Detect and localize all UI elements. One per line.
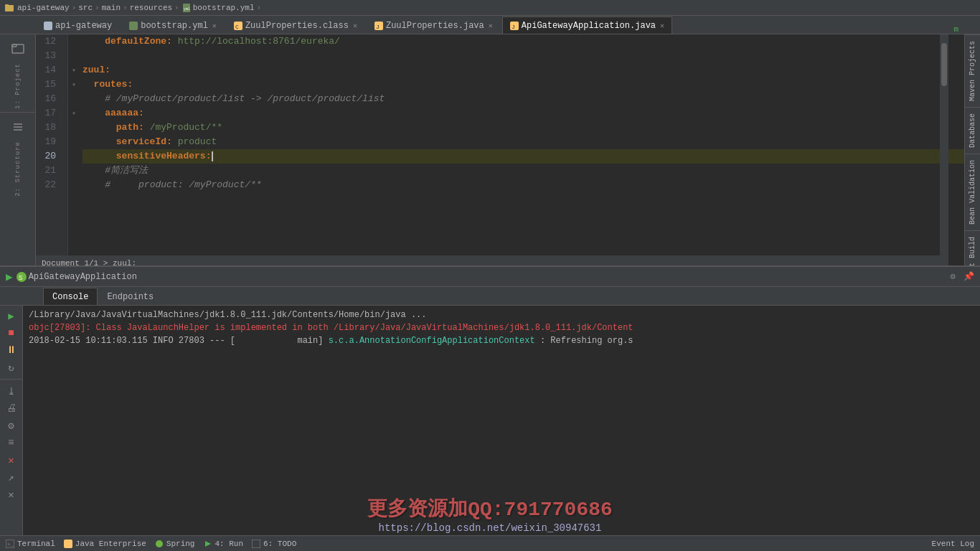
- line-num-16: 16: [36, 92, 62, 106]
- svg-rect-4: [44, 22, 52, 30]
- fold-16[interactable]: [68, 92, 80, 106]
- yaml-file-icon: yml: [182, 3, 192, 13]
- fold-14[interactable]: ▾: [68, 63, 80, 77]
- sidebar-project-icon[interactable]: [6, 37, 29, 60]
- line-num-21: 21: [36, 164, 62, 178]
- filter-btn[interactable]: ≡: [4, 435, 19, 450]
- clear-btn[interactable]: ✕: [4, 453, 19, 467]
- terminal-status[interactable]: >_ Terminal: [6, 540, 55, 548]
- scroll-to-end-btn[interactable]: ⤓: [4, 384, 19, 398]
- code-line-19: serviceId: product: [83, 135, 964, 149]
- run-toolbar: ▶ S ApiGatewayApplication ⚙ 📌: [0, 267, 980, 287]
- code-content[interactable]: defaultZone: http://localhost:8761/eurek…: [80, 34, 964, 271]
- svg-rect-21: [64, 540, 72, 548]
- yaml-tab-icon: [129, 22, 138, 30]
- run-button[interactable]: ▶: [4, 309, 19, 323]
- svg-point-22: [156, 540, 163, 547]
- close-zuulproperties-class-tab[interactable]: ✕: [353, 22, 357, 30]
- run-panel-title: ApiGatewayApplication: [29, 272, 137, 282]
- close-bootstrap-yml-tab[interactable]: ✕: [212, 22, 217, 30]
- sidebar-structure-icon[interactable]: [6, 116, 29, 138]
- run-status[interactable]: 4: Run: [203, 540, 243, 548]
- open-external-btn[interactable]: ↗: [4, 470, 19, 484]
- pause-button[interactable]: ⏸: [4, 343, 19, 357]
- close-zuulproperties-java-tab[interactable]: ✕: [489, 22, 493, 30]
- maven-projects-panel[interactable]: Maven Projects: [965, 34, 980, 107]
- stop-button[interactable]: ■: [4, 326, 19, 340]
- sidebar-structure-label: 2: Structure: [14, 141, 22, 197]
- console-tab[interactable]: Console: [43, 288, 98, 305]
- todo-icon: [252, 540, 260, 548]
- fold-21[interactable]: [68, 164, 80, 178]
- console-output: /Library/Java/JavaVirtualMachines/jdk1.8…: [23, 306, 980, 535]
- code-line-21: #简洁写法: [83, 164, 964, 178]
- line-num-17: 17: [36, 106, 62, 121]
- fold-19[interactable]: [68, 135, 80, 149]
- breadcrumb-resources[interactable]: resources: [130, 4, 172, 12]
- fold-18[interactable]: [68, 121, 80, 135]
- breadcrumb-src[interactable]: src: [78, 4, 93, 12]
- code-line-22: # product: /myProduct/**: [83, 178, 964, 192]
- tab-zuulproperties-java[interactable]: J ZuulProperties.java ✕: [367, 17, 501, 34]
- collapse-btn[interactable]: ✕: [4, 487, 19, 501]
- fold-13[interactable]: [68, 49, 80, 63]
- code-line-17: aaaaaa:: [83, 106, 964, 121]
- right-sidebar: Maven Projects Database Bean Validation …: [964, 34, 980, 271]
- run-green-icon: ▶: [6, 270, 13, 284]
- settings-btn[interactable]: ⚙: [4, 418, 19, 433]
- tab-zuulproperties-class[interactable]: C ZuulProperties.class ✕: [226, 17, 365, 34]
- database-panel[interactable]: Database: [965, 107, 980, 154]
- run-pin-btn[interactable]: 📌: [963, 271, 974, 283]
- breadcrumb-bar: api-gateway › src › main › resources › y…: [0, 0, 980, 16]
- line-num-22: 22: [36, 178, 62, 192]
- fold-17[interactable]: ▾: [68, 106, 80, 121]
- fold-15[interactable]: ▾: [68, 77, 80, 92]
- svg-rect-24: [252, 540, 260, 548]
- svg-rect-12: [12, 44, 24, 53]
- console-line-3: 2018-02-15 10:11:03.115 INFO 27803 --- […: [29, 334, 974, 347]
- todo-status[interactable]: 6: TODO: [252, 540, 296, 548]
- console-line-2: objc[27803]: Class JavaLaunchHelper is i…: [29, 321, 974, 334]
- line-num-19: 19: [36, 135, 62, 149]
- java-enterprise-status[interactable]: Java Enterprise: [64, 540, 146, 548]
- console-tabs: Console Endpoints: [0, 287, 980, 306]
- console-line-1: /Library/Java/JavaVirtualMachines/jdk1.8…: [29, 309, 974, 321]
- text-cursor: [212, 151, 213, 161]
- print-btn[interactable]: 🖨: [4, 401, 19, 415]
- code-line-20: sensitiveHeaders:: [83, 149, 964, 164]
- tab-api-gateway[interactable]: api-gateway: [36, 17, 120, 34]
- code-line-12: defaultZone: http://localhost:8761/eurek…: [83, 34, 964, 49]
- code-line-14: zuul:: [83, 63, 964, 77]
- editor-tabs-bar: api-gateway bootstrap.yml ✕ C ZuulProper…: [0, 16, 980, 34]
- terminal-icon: >_: [6, 540, 14, 548]
- tab-apigateway-application[interactable]: J ApiGatewayApplication.java ✕: [502, 17, 672, 34]
- rerun-button[interactable]: ↻: [4, 360, 19, 375]
- editor-main-area: 1: Project 2: Structure 12 13 14 15 16 1…: [0, 34, 980, 271]
- left-sidebar: 1: Project 2: Structure: [0, 34, 36, 271]
- run-toolbar-right: ⚙ 📌: [947, 271, 974, 283]
- line-num-20: 20: [36, 149, 62, 164]
- breadcrumb-bootstrap-yml[interactable]: bootstrap.yml: [193, 4, 255, 12]
- fold-12[interactable]: [68, 34, 80, 49]
- fold-20[interactable]: [68, 149, 80, 164]
- svg-text:S: S: [19, 275, 22, 282]
- svg-text:yml: yml: [184, 7, 190, 11]
- code-line-15: routes:: [83, 77, 964, 92]
- editor-scrollbar[interactable]: [940, 34, 948, 271]
- tab-bootstrap-yml[interactable]: bootstrap.yml ✕: [121, 17, 225, 34]
- svg-text:J: J: [376, 24, 380, 30]
- scrollbar-thumb[interactable]: [941, 43, 947, 86]
- line-num-18: 18: [36, 121, 62, 135]
- fold-22[interactable]: [68, 178, 80, 192]
- breadcrumb-api-gateway[interactable]: api-gateway: [17, 4, 70, 12]
- endpoints-tab[interactable]: Endpoints: [98, 288, 163, 305]
- close-apigateway-application-tab[interactable]: ✕: [660, 22, 664, 30]
- spring-status[interactable]: Spring: [155, 540, 195, 548]
- code-line-13: [83, 49, 964, 63]
- breadcrumb-main[interactable]: main: [102, 4, 121, 12]
- event-log-status[interactable]: Event Log: [932, 540, 974, 548]
- code-editor[interactable]: 12 13 14 15 16 17 18 19 20 21 22 ▾ ▾ ▾: [36, 34, 964, 271]
- java-tab-icon: J: [374, 22, 383, 30]
- bean-validation-panel[interactable]: Bean Validation: [965, 154, 980, 230]
- run-settings-btn[interactable]: ⚙: [947, 271, 958, 283]
